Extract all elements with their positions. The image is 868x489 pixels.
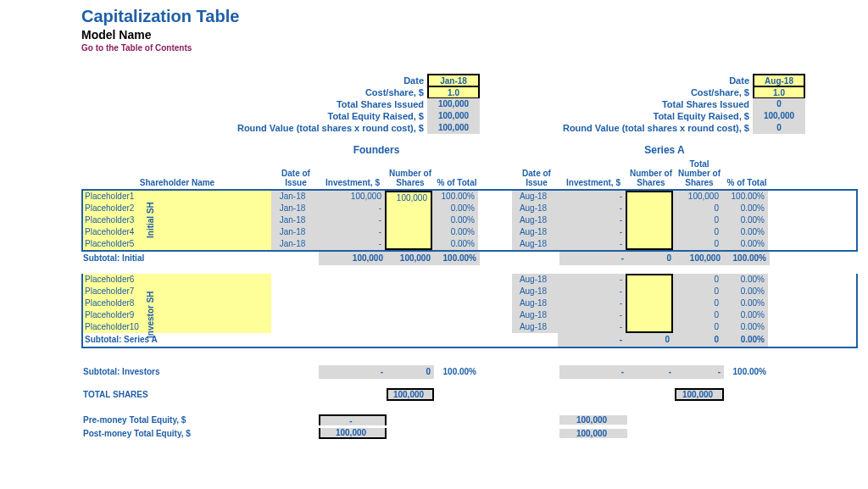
f-inv: - — [317, 238, 385, 250]
a-totshares: 0 — [673, 286, 722, 297]
a-date: Aug-18 — [512, 321, 558, 333]
f-shares-input[interactable]: 100,000 — [385, 191, 432, 203]
f-date: Jan-18 — [271, 214, 317, 226]
founders-cost-input[interactable]: 1.0 — [427, 86, 480, 99]
f-date: Jan-18 — [271, 191, 317, 203]
a-shares-input[interactable] — [626, 214, 673, 226]
founders-equity-val: 100,000 — [427, 110, 480, 122]
subtotal-investors-ashares: - — [627, 365, 675, 379]
subtotal-initial-finv: 100,000 — [319, 252, 387, 265]
col-a-pct: % of Total — [724, 159, 770, 187]
shareholder-name-input[interactable]: Placeholder5 — [83, 238, 271, 250]
a-date: Aug-18 — [512, 274, 558, 286]
table-row: Placeholder7Aug-18-00.00% — [83, 286, 856, 297]
f-pct: 0.00% — [432, 214, 478, 226]
subtotal-seriesa-inv: - — [558, 333, 626, 347]
f-pct: 0.00% — [432, 238, 478, 250]
postmoney-f: 100,000 — [319, 428, 387, 439]
a-totshares: 0 — [673, 226, 722, 238]
table-row: Placeholder4Jan-18-0.00%Aug-18-00.00% — [83, 226, 856, 238]
seriesa-round-label: Round Value (total shares x round cost),… — [563, 123, 753, 133]
subtotal-seriesa-pct: 0.00% — [722, 333, 768, 347]
founders-equity-label: Total Equity Raised, $ — [328, 111, 428, 121]
subtotal-initial-ainv: - — [559, 252, 627, 265]
premoney-a: 100,000 — [559, 415, 627, 425]
table-row: Placeholder3Jan-18-0.00%Aug-18-00.00% — [83, 214, 856, 226]
shareholder-name-input[interactable]: Placeholder7 — [83, 286, 271, 297]
a-shares-input[interactable] — [626, 309, 673, 321]
f-inv: - — [317, 226, 385, 238]
subtotal-investors-fshares: 0 — [387, 365, 434, 379]
shareholder-name-input[interactable]: Placeholder6 — [83, 274, 271, 286]
subtotal-seriesa-label: Subtotal: Series A — [83, 333, 271, 347]
f-pct: 100.00% — [432, 191, 478, 203]
a-date: Aug-18 — [512, 286, 558, 297]
total-shares-f: 100,000 — [387, 388, 434, 401]
a-shares-input[interactable] — [626, 238, 673, 250]
seriesa-date-label: Date — [729, 75, 753, 86]
subtotal-initial-atot: 100,000 — [675, 252, 724, 265]
a-totshares: 0 — [673, 297, 722, 309]
subtotal-investors: Subtotal: Investors - 0 100.00% - - - 10… — [81, 365, 858, 379]
a-date: Aug-18 — [512, 309, 558, 321]
seriesa-shares-val: 0 — [753, 98, 805, 110]
f-inv: 100,000 — [317, 191, 385, 203]
seriesa-cost-label: Cost/share, $ — [691, 87, 753, 97]
a-date: Aug-18 — [512, 191, 558, 203]
subtotal-seriesa-shares: 0 — [626, 333, 673, 347]
f-date: Jan-18 — [271, 226, 317, 238]
a-totshares: 0 — [673, 203, 722, 214]
toc-link[interactable]: Go to the Table of Contents — [81, 43, 858, 53]
col-f-shares: Number of Shares — [387, 159, 434, 187]
a-inv: - — [558, 321, 626, 333]
f-shares-input[interactable] — [385, 214, 432, 226]
seriesa-shares-label: Total Shares Issued — [662, 99, 753, 109]
summary-block: DateJan-18 Cost/share, $1.0 Total Shares… — [81, 75, 858, 134]
a-shares-input[interactable] — [626, 203, 673, 214]
a-shares-input[interactable] — [626, 286, 673, 297]
initial-vtab: Initial SH — [146, 191, 155, 250]
a-inv: - — [558, 309, 626, 321]
f-shares-input[interactable] — [385, 238, 432, 250]
shareholder-name-input[interactable]: Placeholder1 — [83, 191, 271, 203]
shareholder-name-input[interactable]: Placeholder9 — [83, 309, 271, 321]
founders-shares-val: 100,000 — [427, 98, 480, 110]
a-shares-input[interactable] — [626, 226, 673, 238]
subtotal-investors-fpct: 100.00% — [434, 365, 480, 379]
total-shares-label: TOTAL SHARES — [81, 390, 273, 399]
seriesa-equity-val: 100,000 — [753, 110, 805, 122]
shareholder-name-input[interactable]: Placeholder2 — [83, 203, 271, 214]
a-shares-input[interactable] — [626, 191, 673, 203]
premoney-f: - — [319, 414, 387, 425]
a-pct: 0.00% — [722, 321, 768, 333]
section-headers: Founders Series A — [81, 144, 858, 156]
a-inv: - — [558, 191, 626, 203]
seriesa-cost-input[interactable]: 1.0 — [753, 86, 805, 99]
a-shares-input[interactable] — [626, 274, 673, 286]
total-shares-a: 100,000 — [675, 388, 724, 401]
col-a-inv: Investment, $ — [559, 159, 627, 187]
shareholder-name-input[interactable]: Placeholder4 — [83, 226, 271, 238]
a-shares-input[interactable] — [626, 297, 673, 309]
shareholder-name-input[interactable]: Placeholder8 — [83, 297, 271, 309]
f-inv: - — [317, 214, 385, 226]
postmoney-a: 100,000 — [559, 429, 627, 438]
a-date: Aug-18 — [512, 214, 558, 226]
a-shares-input[interactable] — [626, 321, 673, 333]
col-a-date: Date of Issue — [514, 159, 559, 187]
column-headers: Shareholder Name Date of Issue Investmen… — [81, 159, 858, 191]
table-row: Placeholder6Aug-18-00.00% — [83, 274, 856, 286]
subtotal-investors-label: Subtotal: Investors — [81, 365, 273, 379]
a-pct: 0.00% — [722, 297, 768, 309]
shareholder-name-input[interactable]: Placeholder3 — [83, 214, 271, 226]
f-shares-input[interactable] — [385, 226, 432, 238]
subtotal-initial-label: Subtotal: Initial — [81, 252, 273, 265]
f-pct: 0.00% — [432, 203, 478, 214]
f-shares-input[interactable] — [385, 203, 432, 214]
a-pct: 100.00% — [722, 191, 768, 203]
founders-shares-label: Total Shares Issued — [337, 99, 427, 109]
a-pct: 0.00% — [722, 309, 768, 321]
a-pct: 0.00% — [722, 214, 768, 226]
shareholder-name-input[interactable]: Placeholder10 — [83, 321, 271, 333]
a-date: Aug-18 — [512, 238, 558, 250]
